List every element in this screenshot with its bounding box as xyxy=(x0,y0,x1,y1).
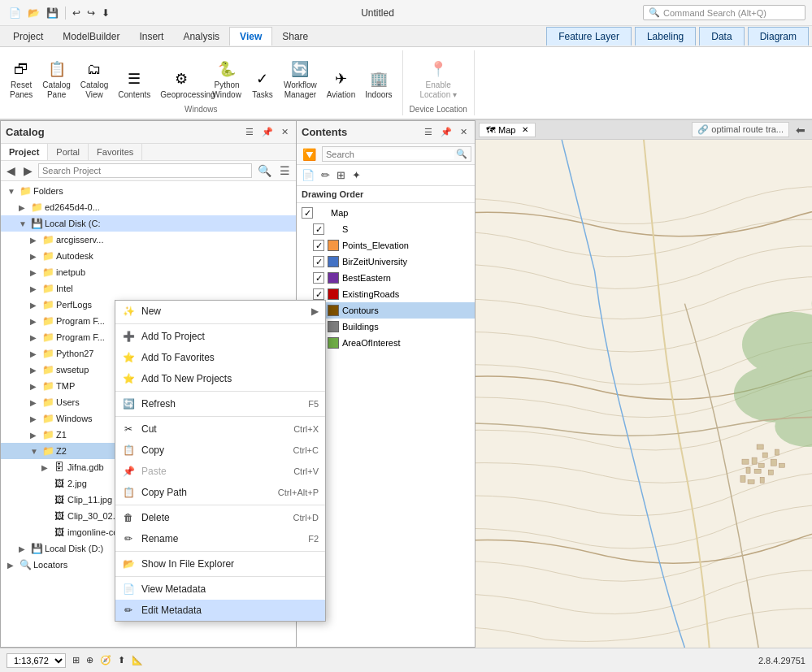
tab-labeling[interactable]: Labeling xyxy=(635,27,696,46)
tree-item[interactable]: ▶ 📁 ed2645d4-0... xyxy=(1,199,296,215)
tree-item[interactable]: ▶ 📁 Autodesk xyxy=(1,248,296,264)
status-icon-4[interactable]: ⬆ xyxy=(118,655,125,665)
layer-checkbox[interactable]: ✓ xyxy=(313,223,324,235)
contents-close-btn[interactable]: ✕ xyxy=(458,126,470,138)
contents-list-view-btn[interactable]: 📄 xyxy=(300,167,316,183)
tab-insert[interactable]: Insert xyxy=(129,28,173,46)
tree-item[interactable]: ▶ 📁 arcgisserv... xyxy=(1,232,296,248)
ribbon-contents[interactable]: ☰ Contents xyxy=(115,66,154,102)
map-tab[interactable]: 🗺 Map ✕ xyxy=(479,123,536,137)
ribbon-python-window[interactable]: 🐍 PythonWindow xyxy=(209,56,245,102)
context-menu-item[interactable]: ➕ Add To Project xyxy=(115,326,325,347)
map-expand-btn[interactable]: ⬅ xyxy=(792,124,809,137)
ribbon-workflow-manager[interactable]: 🔄 WorkflowManager xyxy=(280,56,320,102)
tree-arrow: ▶ xyxy=(30,268,40,277)
scale-select[interactable]: 1:13,672 xyxy=(7,653,66,668)
catalog-pin-btn[interactable]: 📌 xyxy=(259,126,276,138)
tree-arrow: ▶ xyxy=(30,366,40,375)
layer-swatch xyxy=(328,240,339,251)
catalog-forward-btn[interactable]: ▶ xyxy=(21,163,35,178)
catalog-back-btn[interactable]: ◀ xyxy=(4,163,18,178)
contents-highlight-btn[interactable]: ✦ xyxy=(350,167,363,183)
layer-checkbox[interactable]: ✓ xyxy=(313,288,324,300)
qa-more-btn[interactable]: ⬇ xyxy=(99,7,112,20)
ribbon-tasks[interactable]: ✓ Tasks xyxy=(248,66,277,102)
route-tab[interactable]: 🔗 optimal route tra... xyxy=(692,122,789,137)
tab-share[interactable]: Share xyxy=(272,28,318,46)
context-menu-item[interactable]: 🔄 Refresh F5 xyxy=(115,393,325,414)
contents-table-btn[interactable]: ⊞ xyxy=(335,167,347,183)
tab-modelbuilder[interactable]: ModelBuilder xyxy=(53,28,129,46)
context-menu-item[interactable]: ⭐ Add To Favorites xyxy=(115,347,325,368)
tab-data[interactable]: Data xyxy=(699,27,744,46)
status-icon-2[interactable]: ⊕ xyxy=(86,655,93,665)
tree-item[interactable]: ▼ 💾 Local Disk (C: xyxy=(1,215,296,232)
tab-diagram[interactable]: Diagram xyxy=(748,27,809,46)
catalog-menu-btn[interactable]: ☰ xyxy=(243,126,256,138)
ribbon-indoors[interactable]: 🏢 Indoors xyxy=(362,66,395,102)
ribbon-catalog-view[interactable]: 🗂 CatalogView xyxy=(77,56,111,102)
layer-item[interactable]: ✓ Map xyxy=(297,205,475,221)
qa-undo-btn[interactable]: ↩ xyxy=(70,7,83,20)
tab-project[interactable]: Project xyxy=(3,28,53,46)
status-icon-5[interactable]: 📐 xyxy=(132,655,143,665)
tab-analysis[interactable]: Analysis xyxy=(173,28,229,46)
contents-pin-btn[interactable]: 📌 xyxy=(438,126,454,138)
ribbon-catalog-pane[interactable]: 📋 CatalogPane xyxy=(39,56,73,102)
svg-rect-14 xyxy=(757,444,763,449)
tree-item[interactable]: ▼ 📁 Folders xyxy=(1,183,296,199)
status-icon-1[interactable]: ⊞ xyxy=(72,655,80,665)
context-menu-item[interactable]: ✂ Cut Ctrl+X xyxy=(115,418,325,440)
qa-open-btn[interactable]: 📂 xyxy=(25,7,42,20)
contents-search-box[interactable]: 🔍 xyxy=(322,146,471,162)
layer-item[interactable]: ✓ BirZeitUniversity xyxy=(297,254,475,270)
ctx-item-label: Copy xyxy=(141,444,287,456)
ribbon-geoprocessing[interactable]: ⚙ Geoprocessing xyxy=(157,66,206,102)
command-search[interactable]: 🔍 Command Search (Alt+Q) xyxy=(643,5,805,20)
layer-item[interactable]: ✓ BestEastern xyxy=(297,270,475,286)
context-menu-item[interactable]: 🗑 Delete Ctrl+D xyxy=(115,507,325,528)
qa-new-btn[interactable]: 📄 xyxy=(7,7,24,20)
context-menu-item[interactable]: ✨ New ▶ xyxy=(115,301,325,322)
tree-arrow: ▶ xyxy=(19,544,28,553)
layer-checkbox[interactable]: ✓ xyxy=(313,240,324,251)
catalog-tab-favorites[interactable]: Favorites xyxy=(89,144,142,160)
tab-view[interactable]: View xyxy=(229,27,272,46)
qa-redo-btn[interactable]: ↪ xyxy=(85,7,98,20)
contents-search-input[interactable] xyxy=(326,150,454,159)
route-icon: 🔗 xyxy=(697,124,709,134)
tasks-icon: ✓ xyxy=(251,67,274,90)
catalog-tab-project[interactable]: Project xyxy=(1,144,48,160)
ribbon-reset-panes[interactable]: 🗗 ResetPanes xyxy=(7,56,36,102)
catalog-filter-btn[interactable]: 🔍 xyxy=(255,163,274,178)
context-menu-item[interactable]: 📂 Show In File Explorer xyxy=(115,553,325,574)
context-menu-item[interactable]: ✏ Rename F2 xyxy=(115,528,325,549)
catalog-options-btn[interactable]: ☰ xyxy=(277,163,293,178)
ctx-separator xyxy=(115,391,325,392)
map-tab-close[interactable]: ✕ xyxy=(522,125,528,134)
layer-item[interactable]: ✓ Points_Elevation xyxy=(297,237,475,254)
ribbon-enable-location[interactable]: 📍 EnableLocation ▾ xyxy=(416,56,460,102)
context-menu-item[interactable]: ⭐ Add To New Projects xyxy=(115,368,325,389)
tree-icon: 📁 xyxy=(41,266,54,279)
ribbon-aviation[interactable]: ✈ Aviation xyxy=(323,66,358,102)
layer-checkbox[interactable]: ✓ xyxy=(302,207,313,219)
context-menu-item[interactable]: 📋 Copy Path Ctrl+Alt+P xyxy=(115,482,325,503)
catalog-tab-portal[interactable]: Portal xyxy=(48,144,89,160)
contents-menu-btn[interactable]: ☰ xyxy=(422,126,435,138)
tree-item[interactable]: ▶ 📁 inetpub xyxy=(1,264,296,280)
status-icon-3[interactable]: 🧭 xyxy=(100,655,111,665)
layer-checkbox[interactable]: ✓ xyxy=(313,272,324,284)
layer-checkbox[interactable]: ✓ xyxy=(313,256,324,267)
map-svg xyxy=(475,140,812,648)
catalog-search-input[interactable] xyxy=(38,163,252,178)
qa-save-btn[interactable]: 💾 xyxy=(44,7,61,20)
tree-item[interactable]: ▶ 📁 Intel xyxy=(1,280,296,297)
catalog-close-btn[interactable]: ✕ xyxy=(279,126,291,138)
layer-item[interactable]: ✓ S xyxy=(297,221,475,237)
contents-edit-btn[interactable]: ✏ xyxy=(319,167,332,183)
context-menu-item[interactable]: ✏ Edit Metadata xyxy=(115,600,325,621)
tab-feature-layer[interactable]: Feature Layer xyxy=(546,27,632,46)
context-menu-item[interactable]: 📋 Copy Ctrl+C xyxy=(115,440,325,461)
context-menu-item[interactable]: 📄 View Metadata xyxy=(115,579,325,600)
